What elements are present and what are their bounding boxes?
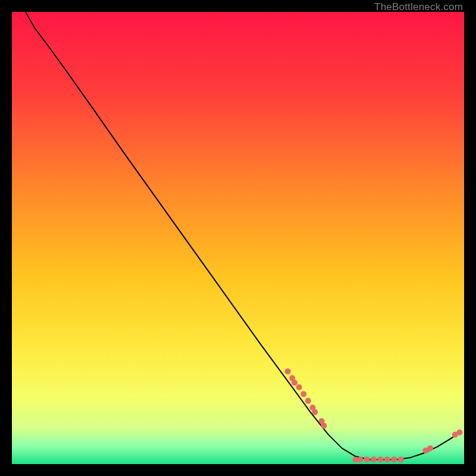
data-marker [285,368,291,374]
data-marker [357,456,363,462]
data-marker [384,456,390,462]
data-marker [321,422,327,428]
data-marker [456,430,462,436]
data-marker [377,456,383,462]
data-marker [296,384,302,390]
data-marker [312,409,318,415]
data-marker [391,456,397,462]
data-marker [427,445,433,451]
data-marker [305,398,311,404]
chart-svg [12,12,464,464]
data-marker [364,456,370,462]
chart-plot-area [12,12,464,464]
data-marker [371,456,377,462]
chart-background-gradient [12,12,464,464]
data-marker [398,456,404,462]
attribution-text: TheBottleneck.com [374,1,463,13]
data-marker [292,380,298,386]
data-marker [300,391,306,397]
